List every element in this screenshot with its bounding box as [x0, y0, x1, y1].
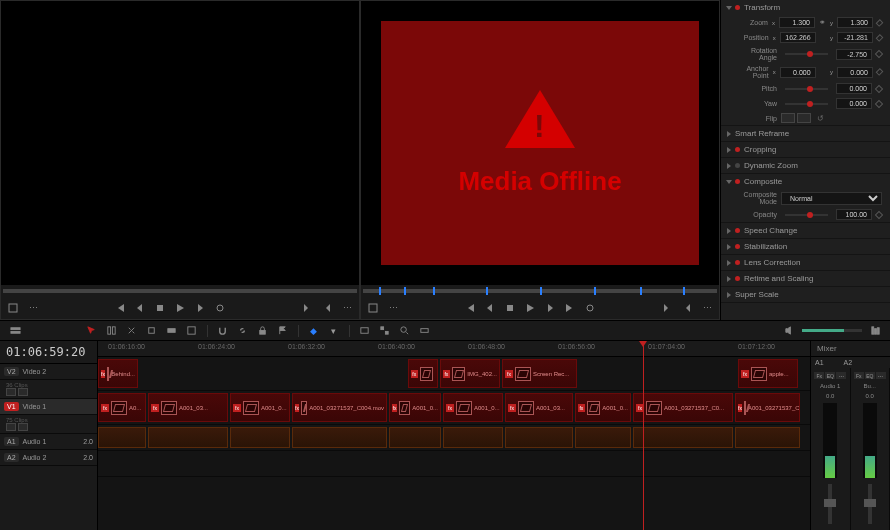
clip[interactable]: fxA001_0... [389, 393, 441, 422]
clip[interactable]: fxapple... [738, 359, 798, 388]
jump-end-icon[interactable] [564, 302, 576, 314]
eq-button[interactable]: EQ [865, 372, 875, 379]
replace-tool-icon[interactable] [185, 324, 199, 338]
dynamic-zoom-header[interactable]: Dynamic Zoom [721, 158, 890, 173]
link-icon[interactable] [236, 324, 250, 338]
speed-change-header[interactable]: Speed Change [721, 223, 890, 238]
keyframe-icon[interactable] [875, 99, 883, 107]
super-scale-header[interactable]: Super Scale [721, 287, 890, 302]
clip[interactable]: fxBehind... [98, 359, 138, 388]
clip[interactable] [230, 427, 290, 448]
rotation-input[interactable] [836, 49, 872, 60]
prev-frame-icon[interactable] [484, 302, 496, 314]
clip[interactable] [292, 427, 387, 448]
play-icon[interactable] [174, 302, 186, 314]
loop-icon[interactable] [214, 302, 226, 314]
overwrite-tool-icon[interactable] [165, 324, 179, 338]
clip[interactable]: fxA001_0... [230, 393, 290, 422]
clip[interactable] [505, 427, 573, 448]
match-frame-icon[interactable] [367, 302, 379, 314]
source-scrubber[interactable] [1, 285, 359, 297]
timeline-ruler[interactable]: 01:06:16:0001:06:24:0001:06:32:0001:06:4… [98, 341, 810, 357]
composite-mode-select[interactable]: Normal [781, 192, 882, 205]
composite-header[interactable]: Composite [721, 174, 890, 189]
opacity-slider[interactable] [785, 214, 828, 216]
marker-dropdown-icon[interactable]: ▾ [327, 324, 341, 338]
fx-button[interactable]: Fx [854, 372, 864, 379]
blade-tool-icon[interactable] [125, 324, 139, 338]
zoom-fit-icon[interactable] [358, 324, 372, 338]
reset-icon[interactable]: ↺ [815, 114, 825, 123]
prev-frame-icon[interactable] [134, 302, 146, 314]
flip-v-button[interactable] [797, 113, 811, 123]
zoom-detail-icon[interactable] [378, 324, 392, 338]
track-header-a1[interactable]: A1Audio 12.0 [0, 434, 97, 450]
lens-correction-header[interactable]: Lens Correction [721, 255, 890, 270]
clip[interactable] [148, 427, 228, 448]
retime-header[interactable]: Retime and Scaling [721, 271, 890, 286]
program-scrubber[interactable] [361, 285, 719, 297]
track-lock-icon[interactable] [6, 423, 16, 431]
jump-start-icon[interactable] [114, 302, 126, 314]
clip[interactable]: fxA001_03... [148, 393, 228, 422]
anchor-y-input[interactable] [837, 67, 873, 78]
options-icon[interactable]: ⋯ [27, 302, 39, 314]
keyframe-icon[interactable] [876, 68, 884, 76]
stop-icon[interactable] [154, 302, 166, 314]
clip[interactable]: fxA001_03... [505, 393, 573, 422]
mark-out-icon[interactable] [321, 302, 333, 314]
mixer-toggle-icon[interactable] [868, 324, 882, 338]
keyframe-icon[interactable] [875, 50, 883, 58]
mark-out-icon[interactable] [681, 302, 693, 314]
timeline-canvas[interactable]: 01:06:16:0001:06:24:0001:06:32:0001:06:4… [98, 341, 810, 530]
zoom-y-input[interactable] [837, 17, 873, 28]
trim-tool-icon[interactable] [105, 324, 119, 338]
jump-start-icon[interactable] [464, 302, 476, 314]
keyframe-icon[interactable] [875, 210, 883, 218]
yaw-slider[interactable] [785, 103, 828, 105]
zoom-x-input[interactable] [779, 17, 815, 28]
volume-slider[interactable] [802, 329, 862, 332]
program-monitor[interactable]: Media Offline [361, 1, 719, 285]
options-icon[interactable]: ⋯ [701, 302, 713, 314]
zoom-out-icon[interactable] [398, 324, 412, 338]
track-lock-icon[interactable] [6, 388, 16, 396]
clip[interactable]: fxIMG_402... [440, 359, 500, 388]
clip[interactable]: fxA0... [98, 393, 146, 422]
transform-header[interactable]: Transform [721, 0, 890, 15]
clip[interactable] [735, 427, 800, 448]
source-monitor[interactable] [1, 1, 359, 285]
flag-icon[interactable] [276, 324, 290, 338]
stop-icon[interactable] [504, 302, 516, 314]
match-frame-icon[interactable] [7, 302, 19, 314]
keyframe-icon[interactable] [876, 19, 884, 27]
track-disable-icon[interactable] [18, 388, 28, 396]
fx-button[interactable]: Fx [814, 372, 824, 379]
options-icon[interactable]: ⋯ [387, 302, 399, 314]
track-header-v2[interactable]: V2Video 2 [0, 364, 97, 380]
marker-icon[interactable]: ◆ [307, 324, 321, 338]
track-disable-icon[interactable] [18, 423, 28, 431]
clip[interactable] [98, 427, 146, 448]
clip[interactable]: fxA001_03271537_C004.mov [292, 393, 387, 422]
flip-h-button[interactable] [781, 113, 795, 123]
clip[interactable]: fxScreen Rec... [502, 359, 577, 388]
clip[interactable] [389, 427, 441, 448]
volume-icon[interactable] [782, 324, 796, 338]
cropping-header[interactable]: Cropping [721, 142, 890, 157]
clip[interactable] [633, 427, 733, 448]
zoom-custom-icon[interactable] [418, 324, 432, 338]
lock-icon[interactable] [256, 324, 270, 338]
fader[interactable] [868, 484, 872, 524]
clip[interactable]: fx [408, 359, 438, 388]
insert-tool-icon[interactable] [145, 324, 159, 338]
clip[interactable]: fxA001_0... [443, 393, 503, 422]
mark-in-icon[interactable] [301, 302, 313, 314]
next-frame-icon[interactable] [544, 302, 556, 314]
clip[interactable] [443, 427, 503, 448]
options-icon[interactable]: ⋯ [341, 302, 353, 314]
opacity-input[interactable] [836, 209, 872, 220]
loop-icon[interactable] [584, 302, 596, 314]
playhead[interactable] [643, 341, 644, 530]
next-frame-icon[interactable] [194, 302, 206, 314]
